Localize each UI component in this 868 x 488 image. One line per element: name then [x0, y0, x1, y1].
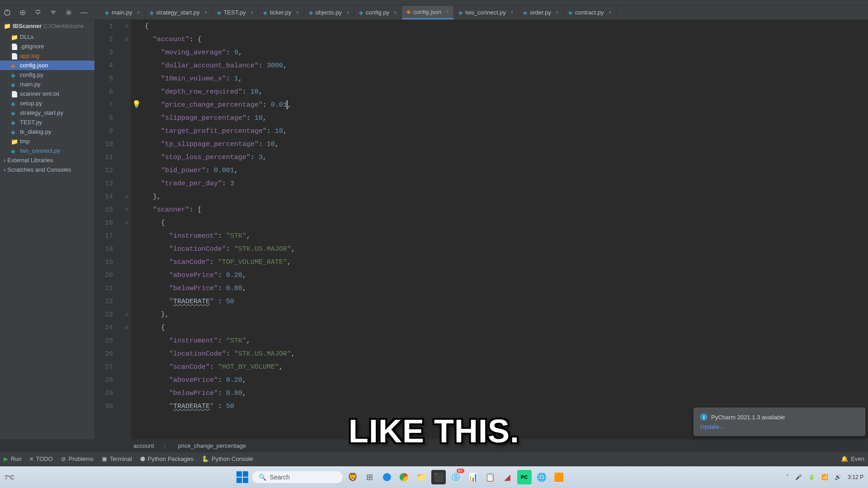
- tree-item[interactable]: 📄app.log: [0, 51, 94, 61]
- console-tool[interactable]: 🐍Python Console: [202, 455, 253, 462]
- tray-chevron-icon[interactable]: ˄: [786, 474, 789, 480]
- project-sidebar[interactable]: 📁 IBScanner C:\Clientdocume 📁DLLs📄.gitig…: [0, 20, 95, 439]
- tree-item[interactable]: 📄scanner xml.txt: [0, 89, 94, 99]
- code-editor[interactable]: 1234567891011121314151617181920212223242…: [95, 20, 868, 439]
- weather-widget[interactable]: 7°C: [5, 474, 14, 481]
- tree-section[interactable]: ›External Libraries: [0, 155, 94, 165]
- tray-mic-icon[interactable]: 🎤: [795, 474, 802, 480]
- tree-label: config.py: [20, 71, 43, 78]
- editor-tab[interactable]: ◆strategy_start.py×: [145, 6, 212, 19]
- close-icon[interactable]: ×: [394, 9, 397, 16]
- file-icon: ◆: [11, 81, 17, 88]
- bell-icon: 🔔: [841, 455, 848, 462]
- file-icon: 📁: [11, 34, 17, 40]
- app-icon-4[interactable]: ◢: [500, 470, 514, 484]
- explorer-icon[interactable]: 📁: [414, 470, 429, 484]
- close-icon[interactable]: ×: [510, 9, 514, 16]
- file-icon: 📁: [11, 138, 17, 145]
- app-icon-3[interactable]: 📋: [483, 470, 497, 484]
- editor-tab[interactable]: ◆order.py×: [519, 6, 564, 19]
- close-icon[interactable]: ×: [446, 9, 449, 15]
- chrome-icon[interactable]: [397, 470, 411, 484]
- intention-bulb-icon[interactable]: 💡: [132, 101, 141, 109]
- breadcrumb-item[interactable]: account: [133, 442, 154, 449]
- close-icon[interactable]: ×: [204, 9, 208, 16]
- search-box[interactable]: 🔍 Search: [252, 471, 343, 483]
- skype-icon[interactable]: Ⓢ9+: [448, 470, 463, 484]
- tray-clock[interactable]: 3:12 P: [848, 474, 863, 480]
- file-icon: ◆: [11, 119, 17, 126]
- edge-icon[interactable]: [380, 470, 394, 484]
- tree-item[interactable]: ◆TEST.py: [0, 117, 94, 127]
- sync-icon[interactable]: [4, 9, 11, 16]
- task-view-icon[interactable]: ⊞: [363, 470, 377, 484]
- gear-icon[interactable]: [65, 9, 72, 16]
- todo-tool[interactable]: ≡TODO: [30, 455, 53, 462]
- app-icon-6[interactable]: 🟧: [552, 470, 566, 484]
- tree-item[interactable]: 📄.gitignore: [0, 42, 94, 51]
- file-icon: ◆: [150, 9, 154, 16]
- terminal-tool[interactable]: ▣Terminal: [102, 455, 132, 462]
- editor-tab[interactable]: ◆main.py×: [100, 6, 145, 19]
- svg-point-4: [383, 473, 391, 481]
- tray-wifi-icon[interactable]: 📶: [821, 474, 828, 480]
- close-icon[interactable]: ×: [137, 9, 140, 16]
- editor-tab[interactable]: ◆contract.py×: [564, 6, 617, 19]
- section-label: Scratches and Consoles: [7, 166, 71, 173]
- tree-item[interactable]: ◆tk_dialog.py: [0, 127, 94, 136]
- tree-item[interactable]: 📁DLLs: [0, 32, 94, 42]
- toolbar-row: — ◆main.py×◆strategy_start.py×◆TEST.py×◆…: [0, 5, 868, 20]
- tree-section[interactable]: ›Scratches and Consoles: [0, 165, 94, 174]
- tree-item[interactable]: ◆config.json: [0, 61, 94, 70]
- editor-tab[interactable]: ◆tws_connect.py×: [454, 6, 519, 19]
- filter-icon[interactable]: [50, 9, 57, 16]
- editor-tab[interactable]: ◆config.json×: [402, 6, 454, 19]
- tree-label: DLLs: [20, 33, 33, 40]
- tree-item[interactable]: ◆tws_connect.py: [0, 146, 94, 155]
- tray-battery-icon[interactable]: 🔋: [808, 474, 815, 480]
- editor-tab[interactable]: ◆TEST.py×: [212, 6, 259, 19]
- collapse-icon[interactable]: —: [80, 9, 88, 16]
- close-icon[interactable]: ×: [250, 9, 254, 16]
- pycharm-icon[interactable]: PC: [517, 470, 532, 484]
- folder-icon: 📁: [4, 23, 11, 29]
- app-icon-2[interactable]: 📊: [466, 470, 480, 484]
- file-icon: ◆: [359, 9, 363, 16]
- update-notification[interactable]: i PyCharm 2021.1.3 available Update...: [693, 408, 865, 436]
- file-icon: ◆: [217, 9, 221, 16]
- tray-volume-icon[interactable]: 🔊: [835, 474, 841, 480]
- target-icon[interactable]: [19, 9, 26, 16]
- expand-icon[interactable]: [34, 9, 42, 16]
- play-icon: ▶: [4, 455, 8, 462]
- tree-item[interactable]: ◆strategy_start.py: [0, 108, 94, 117]
- code-content[interactable]: { "account": { "moving_average": 9, "dol…: [142, 20, 868, 439]
- fold-gutter[interactable]: ⊟⊟⊟⊟⊟⊟⊟: [122, 20, 131, 439]
- packages-tool[interactable]: ⬢Python Packages: [140, 455, 193, 462]
- app-icon-1[interactable]: ⬛: [431, 470, 446, 484]
- windows-taskbar[interactable]: 7°C 🔍 Search 🦁 ⊞ 📁 ⬛ Ⓢ9+ 📊 📋 ◢ PC 🌐 🟧 ˄ …: [0, 466, 868, 488]
- update-link[interactable]: Update...: [700, 423, 859, 430]
- events-tool[interactable]: 🔔Even: [841, 455, 864, 462]
- close-icon[interactable]: ×: [346, 9, 349, 16]
- tree-item[interactable]: ◆setup.py: [0, 99, 94, 108]
- close-icon[interactable]: ×: [556, 9, 559, 16]
- emoji-app-icon[interactable]: 🦁: [345, 470, 360, 484]
- problems-tool[interactable]: ⊘Problems: [61, 455, 94, 462]
- tree-item[interactable]: ◆config.py: [0, 70, 94, 80]
- editor-tab[interactable]: ◆config.py×: [354, 6, 402, 19]
- file-icon: ◆: [105, 9, 109, 16]
- app-icon-5[interactable]: 🌐: [534, 470, 549, 484]
- breadcrumb-item[interactable]: price_change_percentage: [178, 442, 246, 449]
- editor-tab[interactable]: ◆objects.py×: [304, 6, 355, 19]
- project-root[interactable]: 📁 IBScanner C:\Clientdocume: [0, 20, 94, 32]
- tree-label: tk_dialog.py: [20, 128, 51, 135]
- tree-item[interactable]: 📁tmp: [0, 136, 94, 146]
- warning-icon: ⊘: [61, 455, 66, 462]
- tree-label: main.py: [20, 81, 41, 88]
- run-tool[interactable]: ▶Run: [4, 455, 22, 462]
- start-button[interactable]: [235, 470, 250, 484]
- tree-item[interactable]: ◆main.py: [0, 80, 94, 89]
- close-icon[interactable]: ×: [296, 9, 299, 16]
- editor-tab[interactable]: ◆ticker.py×: [259, 6, 304, 19]
- close-icon[interactable]: ×: [609, 9, 612, 16]
